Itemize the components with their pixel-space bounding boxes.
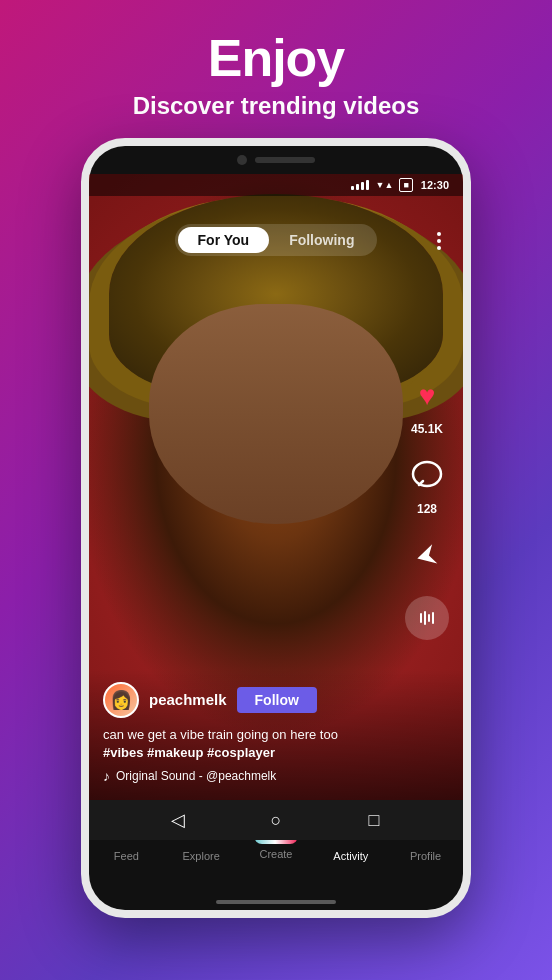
music-icon [405,596,449,640]
status-time: 12:30 [421,179,449,191]
svg-rect-1 [420,613,422,623]
feed-nav: For You Following [89,224,463,256]
profile-label: Profile [410,850,441,862]
music-action[interactable] [405,596,449,640]
music-note-icon: ♪ [103,768,110,784]
video-info: 👩 peachmelk Follow can we get a vibe tra… [89,670,463,800]
avatar[interactable]: 👩 [103,682,139,718]
signal-strength [351,180,369,190]
activity-label: Activity [333,850,368,862]
feed-pills: For You Following [175,224,378,256]
app-header: Enjoy Discover trending videos [113,0,440,138]
feed-label: Feed [114,850,139,862]
video-actions: ♥ 45.1K 128 [405,374,449,640]
tab-following[interactable]: Following [269,227,374,253]
svg-point-0 [413,462,441,486]
hero-subtitle: Discover trending videos [133,92,420,120]
like-action[interactable]: ♥ 45.1K [405,374,449,436]
back-gesture-button[interactable]: ◁ [164,806,192,834]
gesture-bar: ◁ ○ □ [89,800,463,840]
follow-button[interactable]: Follow [237,687,317,713]
sound-name: Original Sound - @peachmelk [116,769,276,783]
video-caption: can we get a vibe train going on here to… [103,726,449,762]
svg-rect-4 [432,612,434,624]
recent-gesture-button[interactable]: □ [360,806,388,834]
like-count: 45.1K [411,422,443,436]
tab-for-you[interactable]: For You [178,227,270,253]
phone-mockup: ▼▲ ■ 12:30 For You Following ♥ 45.1K [81,138,471,918]
wifi-icon: ▼▲ [376,180,394,190]
share-action[interactable] [405,534,449,578]
home-gesture-button[interactable]: ○ [262,806,290,834]
front-camera [237,155,247,165]
phone-notch [89,146,463,174]
comment-icon [405,454,449,498]
svg-rect-3 [428,614,430,622]
battery-icon: ■ [399,178,412,192]
explore-label: Explore [183,850,220,862]
hero-title: Enjoy [133,28,420,88]
sound-row: ♪ Original Sound - @peachmelk [103,768,449,784]
phone-speaker [255,157,315,163]
user-row: 👩 peachmelk Follow [103,682,449,718]
comment-count: 128 [417,502,437,516]
username[interactable]: peachmelk [149,691,227,708]
home-indicator [216,900,336,904]
video-player[interactable]: For You Following ♥ 45.1K [89,174,463,800]
create-label: Create [259,848,292,860]
svg-rect-2 [424,611,426,625]
comment-action[interactable]: 128 [405,454,449,516]
share-icon [405,534,449,578]
heart-icon: ♥ [405,374,449,418]
status-bar: ▼▲ ■ 12:30 [89,174,463,196]
more-options-button[interactable] [429,224,449,258]
